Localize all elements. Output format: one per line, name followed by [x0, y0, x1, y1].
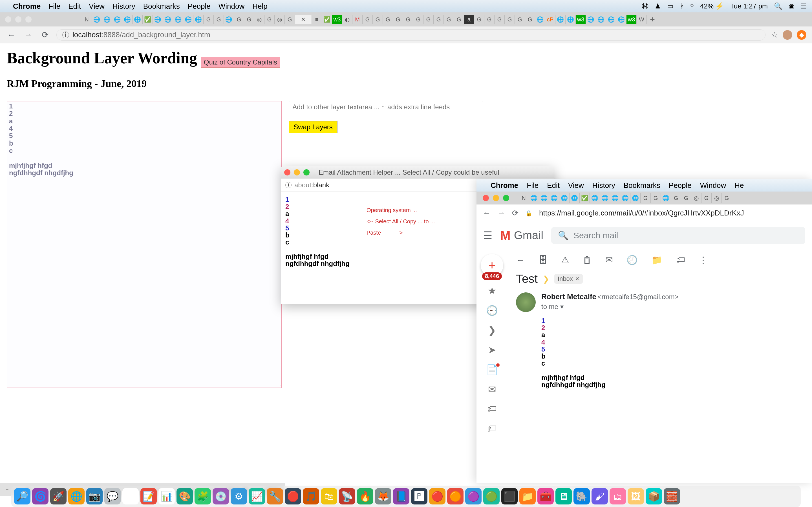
- archive-icon[interactable]: 🗄: [539, 255, 548, 265]
- dock-app[interactable]: 🖼: [627, 488, 644, 504]
- dock-app[interactable]: 🦊: [375, 488, 391, 504]
- reload-icon[interactable]: ⟳: [512, 209, 518, 218]
- back-icon[interactable]: ←: [483, 209, 491, 218]
- dock-app[interactable]: 🌀: [32, 488, 49, 504]
- tab[interactable]: 🌐: [549, 193, 559, 203]
- quiz-button[interactable]: Quiz of Country Capitals: [201, 57, 280, 68]
- new-tab-button[interactable]: +: [647, 15, 658, 24]
- tab[interactable]: G: [244, 15, 254, 24]
- tab[interactable]: ✅: [143, 15, 153, 24]
- dock-app[interactable]: 💿: [213, 488, 229, 504]
- plus-icon[interactable]: +: [6, 487, 9, 493]
- dock-app[interactable]: 🅿: [411, 488, 427, 504]
- report-spam-icon[interactable]: ⚠: [561, 255, 569, 265]
- tab[interactable]: 🌐: [566, 15, 576, 24]
- tab[interactable]: 🌐: [122, 15, 133, 24]
- menu-edit[interactable]: Edit: [68, 2, 81, 11]
- dock-app[interactable]: 📦: [646, 488, 662, 504]
- tab[interactable]: G: [214, 15, 224, 24]
- tab[interactable]: G: [403, 15, 413, 24]
- dock-app[interactable]: 🖌: [592, 488, 608, 504]
- tab[interactable]: ◎: [712, 193, 722, 203]
- close-icon[interactable]: [284, 169, 290, 175]
- sent-icon[interactable]: ➤: [488, 344, 496, 355]
- compose-button[interactable]: + 8,446: [481, 254, 503, 277]
- reload-icon[interactable]: ⟳: [40, 30, 51, 40]
- wifi-icon[interactable]: ⌔: [690, 2, 694, 10]
- dock-app[interactable]: 📷: [86, 488, 103, 504]
- back-icon[interactable]: ←: [6, 30, 17, 40]
- mail-icon[interactable]: ✉: [488, 384, 496, 395]
- battery-status[interactable]: 42% ⚡: [700, 2, 724, 10]
- dock-app[interactable]: 🎵: [303, 488, 319, 504]
- minimize-icon[interactable]: [294, 169, 300, 175]
- tab[interactable]: G: [204, 15, 214, 24]
- dock-app[interactable]: 🗓: [122, 488, 139, 504]
- tab[interactable]: cP: [545, 15, 555, 24]
- dock-app[interactable]: 🟢: [483, 488, 500, 504]
- tab[interactable]: w3: [332, 15, 342, 24]
- tab[interactable]: G: [383, 15, 393, 24]
- dock-app[interactable]: 🗂: [610, 488, 626, 504]
- tab[interactable]: 🌐: [92, 15, 102, 24]
- lock-icon[interactable]: 🔒: [525, 210, 532, 217]
- menu-window[interactable]: Window: [218, 2, 245, 11]
- mac-dock[interactable]: 🔎🌀🚀🌐📷💬🗓📝📊🎨🧩💿⚙📈🔧🛑🎵🛍📡🔥🦊📘🅿🔴🟠🟣🟢⬛📁🧰🖥🐘🖌🗂🖼📦🧱: [11, 486, 801, 507]
- dock-app[interactable]: 🌐: [68, 488, 85, 504]
- status-icon[interactable]: Ⓜ: [642, 2, 649, 11]
- tab[interactable]: G: [641, 193, 651, 203]
- tab[interactable]: M: [352, 15, 363, 24]
- tab[interactable]: ✅: [580, 193, 590, 203]
- menu-help[interactable]: Help: [252, 2, 267, 11]
- back-to-inbox-icon[interactable]: ←: [516, 255, 525, 265]
- dock-app[interactable]: 📘: [393, 488, 409, 504]
- tab[interactable]: 🌐: [163, 15, 173, 24]
- dock-app[interactable]: 🟠: [447, 488, 463, 504]
- dock-app[interactable]: 📊: [158, 488, 175, 504]
- tab-strip[interactable]: N /*placeholder*/ 🌐 🌐 🌐 🌐 🌐 ✅ 🌐 🌐 🌐 🌐 🌐 …: [37, 12, 658, 26]
- menu-edit[interactable]: Edit: [547, 181, 560, 190]
- tab[interactable]: 🌐: [133, 15, 143, 24]
- dock-app[interactable]: 📝: [140, 488, 157, 504]
- tab[interactable]: G: [285, 15, 295, 24]
- dock-app[interactable]: 📡: [339, 488, 355, 504]
- bookmark-star-icon[interactable]: ☆: [771, 30, 778, 40]
- add-layer-input[interactable]: [289, 101, 483, 113]
- dock-app[interactable]: 🛍: [321, 488, 337, 504]
- sender-avatar[interactable]: [516, 292, 536, 312]
- gmail-search[interactable]: 🔍 Search mail: [551, 227, 805, 244]
- tab[interactable]: 🌐: [610, 193, 620, 203]
- tab[interactable]: G: [373, 15, 383, 24]
- dock-app[interactable]: 🖥: [555, 488, 572, 504]
- tab[interactable]: W: [637, 15, 647, 24]
- menu-people[interactable]: People: [188, 2, 211, 11]
- popup-titlebar[interactable]: Email Attachment Helper ... Select All /…: [281, 166, 554, 179]
- tab[interactable]: N: [82, 15, 92, 24]
- important-icon[interactable]: ❯: [488, 325, 496, 336]
- tab[interactable]: G: [454, 15, 464, 24]
- remove-label-icon[interactable]: ✕: [575, 276, 579, 282]
- clock[interactable]: Tue 1:27 pm: [730, 2, 768, 10]
- tab[interactable]: 🌐: [620, 193, 630, 203]
- tab[interactable]: 🌐: [112, 15, 122, 24]
- delete-icon[interactable]: 🗑: [583, 255, 592, 265]
- dock-app[interactable]: ⚙: [231, 488, 247, 504]
- menu-help[interactable]: He: [734, 181, 744, 190]
- extension-icon[interactable]: ◆: [797, 30, 806, 40]
- menu-file[interactable]: File: [527, 181, 539, 190]
- dock-app[interactable]: 🐘: [573, 488, 590, 504]
- airplay-icon[interactable]: ▭: [667, 2, 673, 10]
- labels-icon[interactable]: 🏷: [676, 255, 685, 265]
- tab[interactable]: 🌐: [600, 193, 610, 203]
- dock-app[interactable]: 🔴: [429, 488, 446, 504]
- snoozed-icon[interactable]: 🕘: [486, 305, 498, 316]
- label-icon[interactable]: 🏷: [487, 423, 497, 434]
- dock-app[interactable]: 🟣: [465, 488, 481, 504]
- drafts-icon[interactable]: 📄: [486, 364, 498, 375]
- menu-view[interactable]: View: [89, 2, 105, 11]
- menu-file[interactable]: File: [49, 2, 60, 11]
- tab[interactable]: G: [651, 193, 661, 203]
- hamburger-icon[interactable]: ☰: [483, 230, 492, 241]
- tab[interactable]: w3: [626, 15, 637, 24]
- dock-app[interactable]: 🚀: [50, 488, 66, 504]
